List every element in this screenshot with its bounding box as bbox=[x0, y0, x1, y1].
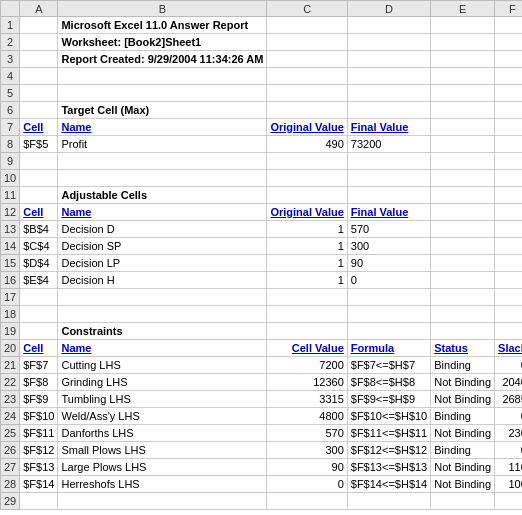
cell-25-g: 230 bbox=[495, 425, 522, 442]
cell-24-d: 4800 bbox=[267, 408, 347, 425]
cell-8-d: 490 bbox=[267, 136, 347, 153]
cell-8-c: Profit bbox=[58, 136, 267, 153]
cell-28-c: Herreshofs LHS bbox=[58, 476, 267, 493]
cell-15-e: 90 bbox=[347, 255, 430, 272]
row-header-1: 1 bbox=[1, 17, 20, 34]
cell-11-c: Adjustable Cells bbox=[58, 187, 267, 204]
cell-11-e bbox=[347, 187, 430, 204]
cell-26-b: $F$12 bbox=[20, 442, 58, 459]
cell-26-g: 0 bbox=[495, 442, 522, 459]
cell-27-e: $F$13<=$H$13 bbox=[347, 459, 430, 476]
row-header-4: 4 bbox=[1, 68, 20, 85]
cell-5-f bbox=[431, 85, 495, 102]
cell-14-f bbox=[431, 238, 495, 255]
cell-10-d bbox=[267, 170, 347, 187]
cell-24-g: 0 bbox=[495, 408, 522, 425]
col-header-d: D bbox=[347, 1, 430, 17]
cell-3-d bbox=[267, 51, 347, 68]
cell-7-g bbox=[495, 119, 522, 136]
cell-13-e: 570 bbox=[347, 221, 430, 238]
row-header-28: 28 bbox=[1, 476, 20, 493]
row-header-2: 2 bbox=[1, 34, 20, 51]
cell-5-e bbox=[347, 85, 430, 102]
cell-22-g: 2040 bbox=[495, 374, 522, 391]
cell-23-g: 2685 bbox=[495, 391, 522, 408]
row-header-15: 15 bbox=[1, 255, 20, 272]
cell-14-g bbox=[495, 238, 522, 255]
cell-23-d: 3315 bbox=[267, 391, 347, 408]
cell-24-c: Weld/Ass'y LHS bbox=[58, 408, 267, 425]
cell-21-e: $F$7<=$H$7 bbox=[347, 357, 430, 374]
cell-13-c: Decision D bbox=[58, 221, 267, 238]
cell-12-b: Cell bbox=[20, 204, 58, 221]
row-header-20: 20 bbox=[1, 340, 20, 357]
cell-28-d: 0 bbox=[267, 476, 347, 493]
row-header-8: 8 bbox=[1, 136, 20, 153]
cell-4-g bbox=[495, 68, 522, 85]
cell-23-e: $F$9<=$H$9 bbox=[347, 391, 430, 408]
cell-28-g: 100 bbox=[495, 476, 522, 493]
cell-13-f bbox=[431, 221, 495, 238]
cell-26-c: Small Plows LHS bbox=[58, 442, 267, 459]
cell-20-d: Cell Value bbox=[267, 340, 347, 357]
row-header-16: 16 bbox=[1, 272, 20, 289]
row-header-5: 5 bbox=[1, 85, 20, 102]
cell-16-e: 0 bbox=[347, 272, 430, 289]
cell-7-e: Final Value bbox=[347, 119, 430, 136]
cell-29-g bbox=[495, 493, 522, 510]
col-header-a: A bbox=[20, 1, 58, 17]
cell-3-f bbox=[431, 51, 495, 68]
cell-1-e bbox=[347, 17, 430, 34]
row-header-22: 22 bbox=[1, 374, 20, 391]
cell-22-b: $F$8 bbox=[20, 374, 58, 391]
cell-10-b bbox=[20, 170, 58, 187]
cell-17-d bbox=[267, 289, 347, 306]
row-header-18: 18 bbox=[1, 306, 20, 323]
cell-4-f bbox=[431, 68, 495, 85]
cell-17-c bbox=[58, 289, 267, 306]
cell-1-d bbox=[267, 17, 347, 34]
cell-22-f: Not Binding bbox=[431, 374, 495, 391]
row-header-14: 14 bbox=[1, 238, 20, 255]
cell-24-e: $F$10<=$H$10 bbox=[347, 408, 430, 425]
cell-29-c bbox=[58, 493, 267, 510]
cell-16-b: $E$4 bbox=[20, 272, 58, 289]
cell-18-d bbox=[267, 306, 347, 323]
cell-2-b bbox=[20, 34, 58, 51]
cell-2-e bbox=[347, 34, 430, 51]
cell-4-e bbox=[347, 68, 430, 85]
cell-13-b: $B$4 bbox=[20, 221, 58, 238]
cell-29-f bbox=[431, 493, 495, 510]
cell-16-c: Decision H bbox=[58, 272, 267, 289]
cell-18-g bbox=[495, 306, 522, 323]
cell-19-g bbox=[495, 323, 522, 340]
cell-10-f bbox=[431, 170, 495, 187]
col-header-c: C bbox=[267, 1, 347, 17]
cell-27-b: $F$13 bbox=[20, 459, 58, 476]
row-header-17: 17 bbox=[1, 289, 20, 306]
cell-15-d: 1 bbox=[267, 255, 347, 272]
cell-26-e: $F$12<=$H$12 bbox=[347, 442, 430, 459]
cell-9-g bbox=[495, 153, 522, 170]
cell-7-d: Original Value bbox=[267, 119, 347, 136]
cell-12-d: Original Value bbox=[267, 204, 347, 221]
cell-25-c: Danforths LHS bbox=[58, 425, 267, 442]
cell-5-d bbox=[267, 85, 347, 102]
cell-27-f: Not Binding bbox=[431, 459, 495, 476]
cell-15-b: $D$4 bbox=[20, 255, 58, 272]
spreadsheet: A B C D E F G 1Microsoft Excel 11.0 Answ… bbox=[0, 0, 522, 510]
cell-25-e: $F$11<=$H$11 bbox=[347, 425, 430, 442]
row-header-12: 12 bbox=[1, 204, 20, 221]
cell-5-b bbox=[20, 85, 58, 102]
col-header-b: B bbox=[58, 1, 267, 17]
cell-11-f bbox=[431, 187, 495, 204]
cell-18-b bbox=[20, 306, 58, 323]
cell-19-d bbox=[267, 323, 347, 340]
row-header-3: 3 bbox=[1, 51, 20, 68]
cell-3-b bbox=[20, 51, 58, 68]
row-header-19: 19 bbox=[1, 323, 20, 340]
cell-10-c bbox=[58, 170, 267, 187]
cell-3-c: Report Created: 9/29/2004 11:34:26 AM bbox=[58, 51, 267, 68]
cell-9-f bbox=[431, 153, 495, 170]
cell-8-g bbox=[495, 136, 522, 153]
